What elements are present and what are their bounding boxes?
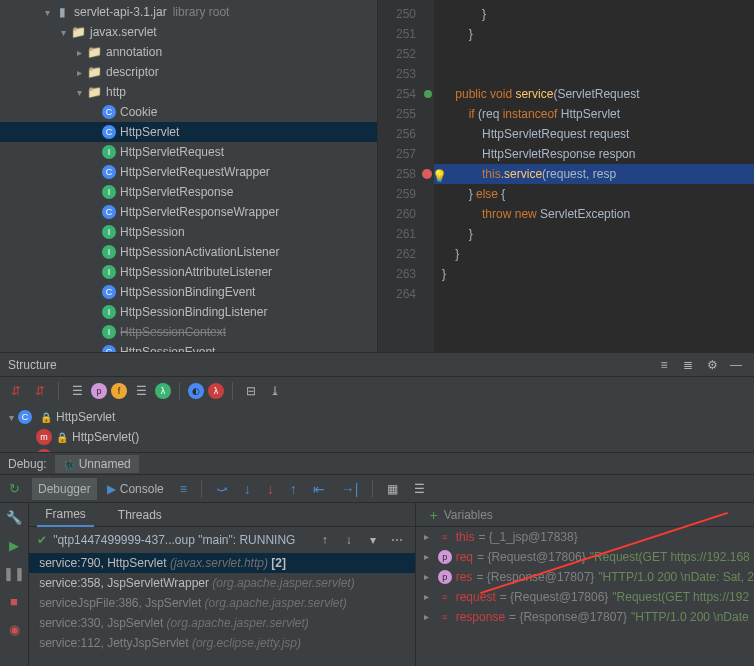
code-line[interactable]: if (req instanceof HttpServlet — [434, 104, 754, 124]
step-out-button[interactable]: ↑ — [284, 477, 303, 501]
chevron-right-icon[interactable]: ▸ — [424, 547, 434, 567]
show-fields-icon[interactable]: ☰ — [67, 381, 87, 401]
variables-list[interactable]: ▸≡ this = {_1_jsp@17838}▸p req = {Reques… — [416, 527, 754, 627]
tree-node-class[interactable]: IHttpSessionAttributeListener — [0, 262, 377, 282]
code-line[interactable]: } — [434, 4, 754, 24]
tree-node-class[interactable]: IHttpSessionContext — [0, 322, 377, 342]
minimize-icon[interactable]: — — [726, 355, 746, 375]
code-line[interactable]: public void service(ServletRequest — [434, 84, 754, 104]
step-into-button[interactable]: ↓ — [238, 477, 257, 501]
gutter-line[interactable]: 263 — [378, 264, 434, 284]
variable-row[interactable]: ▸p res = {Response@17807} "HTTP/1.0 200 … — [416, 567, 754, 587]
gutter-line[interactable]: 261 — [378, 224, 434, 244]
tree-node-class[interactable]: CHttpServletRequestWrapper — [0, 162, 377, 182]
prev-frame-icon[interactable]: ↑ — [315, 530, 335, 550]
variable-row[interactable]: ▸≡ response = {Response@17807} "HTTP/1.0… — [416, 607, 754, 627]
code-line[interactable]: 💡 this.service(request, resp — [434, 164, 754, 184]
gutter-line[interactable]: 254 — [378, 84, 434, 104]
run-to-cursor-button[interactable]: →| — [335, 477, 365, 501]
variable-row[interactable]: ▸p req = {Request@17806} "Request(GET ht… — [416, 547, 754, 567]
code-editor[interactable]: 2502512522532542552562572582592602612622… — [378, 0, 754, 352]
frame-row[interactable]: serviceJspFile:386, JspServlet (org.apac… — [29, 593, 415, 613]
tab-frames[interactable]: Frames — [37, 503, 94, 527]
code-line[interactable]: } else { — [434, 184, 754, 204]
frames-list[interactable]: service:790, HttpServlet (javax.servlet.… — [29, 553, 415, 666]
structure-class-node[interactable]: ▾ C 🔒 HttpServlet — [0, 407, 754, 427]
tree-node-class[interactable]: IHttpSessionActivationListener — [0, 242, 377, 262]
next-frame-icon[interactable]: ↓ — [339, 530, 359, 550]
more-icon[interactable]: ⋯ — [387, 530, 407, 550]
tree-node-class[interactable]: CCookie — [0, 102, 377, 122]
intention-bulb-icon[interactable]: 💡 — [432, 166, 447, 186]
sort-alpha-icon[interactable]: ⇵ — [6, 381, 26, 401]
tree-node-class[interactable]: IHttpSession — [0, 222, 377, 242]
tab-console[interactable]: ▶Console — [101, 478, 170, 500]
variable-row[interactable]: ▸≡ request = {Request@17806} "Request(GE… — [416, 587, 754, 607]
gutter-line[interactable]: 255 — [378, 104, 434, 124]
tree-node-class[interactable]: IHttpServletRequest — [0, 142, 377, 162]
tree-node-class[interactable]: IHttpSessionBindingListener — [0, 302, 377, 322]
lambda2-icon[interactable]: λ — [208, 383, 224, 399]
filter-icon[interactable]: ▾ — [363, 530, 383, 550]
tree-node-class[interactable]: IHttpServletResponse — [0, 182, 377, 202]
gutter-line[interactable]: 250 — [378, 4, 434, 24]
tree-node-package[interactable]: ▾ javax.servlet — [0, 22, 377, 42]
frame-row[interactable]: service:790, HttpServlet (javax.servlet.… — [29, 553, 415, 573]
sort-visibility-icon[interactable]: ⇵ — [30, 381, 50, 401]
code-line[interactable]: HttpServletResponse respon — [434, 144, 754, 164]
field-icon[interactable]: f — [111, 383, 127, 399]
tab-debugger[interactable]: Debugger — [32, 478, 97, 500]
gutter-line[interactable]: 257 — [378, 144, 434, 164]
tree-node-class[interactable]: CHttpServletResponseWrapper — [0, 202, 377, 222]
gutter-line[interactable]: 258 — [378, 164, 434, 184]
frame-row[interactable]: service:330, JspServlet (org.apache.jasp… — [29, 613, 415, 633]
tree-node-descriptor[interactable]: ▸ descriptor — [0, 62, 377, 82]
code-line[interactable] — [434, 44, 754, 64]
gutter-line[interactable]: 260 — [378, 204, 434, 224]
chevron-right-icon[interactable]: ▸ — [424, 527, 434, 547]
gutter-line[interactable]: 253 — [378, 64, 434, 84]
code-line[interactable]: } — [434, 24, 754, 44]
code-line[interactable]: } — [434, 244, 754, 264]
code-line[interactable]: } — [434, 224, 754, 244]
filter-icon[interactable]: ≣ — [678, 355, 698, 375]
debug-config-tab[interactable]: Unnamed — [55, 455, 139, 473]
lambda-icon[interactable]: λ — [155, 383, 171, 399]
settings-button[interactable]: 🔧 — [0, 503, 28, 531]
autoscroll-icon[interactable]: ⤓ — [265, 381, 285, 401]
thread-selector[interactable]: ✔ "qtp1447499999-437...oup "main": RUNNI… — [29, 527, 415, 553]
stop-button[interactable]: ■ — [0, 587, 28, 615]
gutter-line[interactable]: 262 — [378, 244, 434, 264]
run-gutter-icon[interactable] — [424, 90, 432, 98]
variable-row[interactable]: ▸≡ this = {_1_jsp@17838} — [416, 527, 754, 547]
expand-icon[interactable]: ⊟ — [241, 381, 261, 401]
chevron-right-icon[interactable]: ▸ — [424, 587, 434, 607]
code-line[interactable]: HttpServletRequest request — [434, 124, 754, 144]
threads-icon[interactable]: ≡ — [174, 478, 193, 500]
project-tree[interactable]: ▾ servlet-api-3.1.jar library root ▾ jav… — [0, 0, 378, 352]
anonymous-icon[interactable]: ◐ — [188, 383, 204, 399]
gutter-line[interactable]: 259 — [378, 184, 434, 204]
code-line[interactable] — [434, 64, 754, 84]
code-line[interactable] — [434, 284, 754, 304]
tree-node-annotation[interactable]: ▸ annotation — [0, 42, 377, 62]
evaluate-button[interactable]: ▦ — [381, 478, 404, 500]
frame-row[interactable]: service:358, JspServletWrapper (org.apac… — [29, 573, 415, 593]
tree-node-library[interactable]: ▾ servlet-api-3.1.jar library root — [0, 2, 377, 22]
gutter-line[interactable]: 251 — [378, 24, 434, 44]
code-line[interactable]: } — [434, 264, 754, 284]
chevron-right-icon[interactable]: ▸ — [424, 567, 434, 587]
gutter-line[interactable]: 264 — [378, 284, 434, 304]
code-line[interactable]: throw new ServletException — [434, 204, 754, 224]
frame-row[interactable]: service:112, JettyJspServlet (org.eclips… — [29, 633, 415, 653]
structure-ctor-node[interactable]: m 🔒 HttpServlet() — [0, 427, 754, 447]
tab-threads[interactable]: Threads — [110, 504, 170, 526]
breakpoint-icon[interactable] — [422, 169, 432, 179]
gutter-line[interactable]: 256 — [378, 124, 434, 144]
resume-button[interactable]: ▶ — [0, 531, 28, 559]
add-watch-button[interactable]: + — [424, 503, 444, 527]
inherited-icon[interactable]: ☰ — [131, 381, 151, 401]
gear-icon[interactable]: ⚙ — [702, 355, 722, 375]
drop-frame-button[interactable]: ⇤ — [307, 477, 331, 501]
tree-node-class[interactable]: CHttpServlet — [0, 122, 377, 142]
